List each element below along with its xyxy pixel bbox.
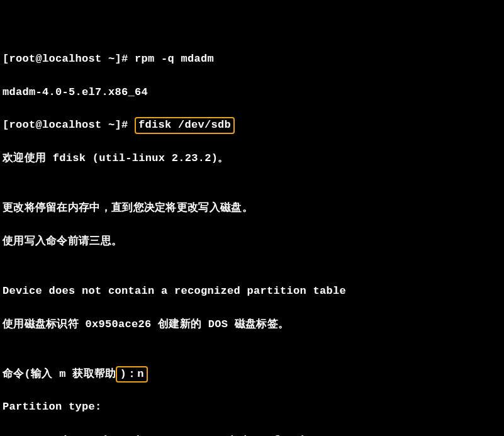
fdisk-welcome: 欢迎使用 fdisk (util-linux 2.23.2)。 (3, 152, 229, 164)
terminal-line: 更改将停留在内存中，直到您决定将更改写入磁盘。 (3, 200, 501, 216)
partition-type-label: Partition type: (3, 401, 102, 413)
terminal-line: mdadm-4.0-5.el7.x86_64 (3, 84, 501, 101)
terminal-line: 命令(输入 m 获取帮助)：n (3, 366, 501, 383)
terminal-line: [root@localhost ~]# rpm -q mdadm (3, 51, 501, 67)
prompt: [root@localhost ~]# (3, 119, 135, 131)
terminal-line: Partition type: (3, 399, 501, 415)
highlight-input-n[interactable]: )：n (116, 366, 147, 383)
highlight-fdisk-cmd: fdisk /dev/sdb (135, 117, 235, 133)
no-partition-table: Device does not contain a recognized par… (3, 285, 346, 297)
terminal-line: 使用写入命令前请三思。 (3, 233, 501, 250)
terminal-line: [root@localhost ~]# fdisk /dev/sdb (3, 117, 501, 133)
command-text: rpm -q mdadm (135, 53, 214, 65)
cmd-help-prefix: 命令(输入 m 获取帮助 (3, 368, 116, 380)
rpm-output: mdadm-4.0-5.el7.x86_64 (3, 86, 148, 98)
dos-label: 使用磁盘标识符 0x950ace26 创建新的 DOS 磁盘标签。 (3, 318, 289, 330)
fdisk-warn1: 更改将停留在内存中，直到您决定将更改写入磁盘。 (3, 202, 253, 214)
terminal-line: 欢迎使用 fdisk (util-linux 2.23.2)。 (3, 150, 501, 167)
terminal-line: 使用磁盘标识符 0x950ace26 创建新的 DOS 磁盘标签。 (3, 316, 501, 333)
fdisk-warn2: 使用写入命令前请三思。 (3, 235, 122, 247)
terminal-line: p primary (0 primary, 0 extended, 4 free… (3, 432, 501, 436)
terminal-line: Device does not contain a recognized par… (3, 283, 501, 299)
prompt: [root@localhost ~]# (3, 53, 135, 65)
